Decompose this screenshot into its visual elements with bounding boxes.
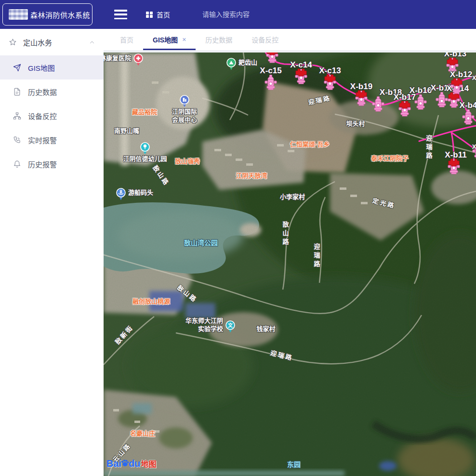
road-label: 敔山路 — [281, 221, 290, 247]
hydrant-icon — [294, 79, 308, 87]
road-label: 迎瑞路 — [424, 135, 434, 161]
sidebar-item-history-alarm[interactable]: 历史报警 — [0, 152, 104, 176]
hydrant-label: X-b11 — [445, 150, 466, 160]
map-place-label: 坝头村 — [346, 120, 365, 128]
hydrant-marker[interactable]: X-b17 — [397, 100, 412, 118]
road-label: 迎瑞路 — [312, 243, 321, 269]
hydrant-label: X-b13 — [444, 53, 466, 59]
hydrant-marker[interactable]: X-c15 — [264, 74, 278, 91]
map-place-label: 名豪山庄 — [130, 430, 155, 438]
map-place-label: 江阴天敔湾 — [236, 172, 267, 180]
gis-map-canvas[interactable]: 藏品裕院南野山嘴敔山嶺秀江阴天敔湾仁恒棠颂·吾乡坝头村泰禾江阴院子小李家村敔山湾… — [104, 53, 476, 476]
hydrant-icon — [397, 111, 412, 119]
map-place-label: 融创敔山桃源 — [132, 298, 170, 306]
hydrant-icon — [323, 84, 337, 93]
poi-label: 江阴信德幼儿园 — [123, 155, 167, 163]
hydrant-icon — [471, 153, 476, 161]
map-place-label: 南野山嘴 — [114, 127, 139, 135]
mountain-icon — [226, 65, 237, 73]
sitemap-icon — [13, 112, 21, 120]
phone-icon — [13, 136, 21, 144]
hydrant-icon — [447, 102, 461, 110]
sidebar-group-label: 定山水务 — [23, 37, 89, 47]
hydrant-marker[interactable]: X-b12 — [450, 78, 464, 95]
send-icon — [13, 64, 21, 72]
hydrant-label: X-c13 — [319, 66, 341, 76]
hydrant-icon — [371, 106, 385, 114]
grid-icon — [146, 12, 152, 18]
map-place-label: 泰禾江阴院子 — [371, 155, 409, 163]
tab-bar: 首页 GIS地图 × 历史数据 设备反控 — [104, 29, 476, 50]
poi-balloon[interactable]: 江阴信德幼儿园 — [140, 142, 150, 156]
hydrant-label: X-c14 — [290, 60, 312, 70]
road-label: 迎瑞路 — [307, 93, 332, 107]
app-logo: 森林消防供水系统 — [2, 3, 93, 26]
svg-text:文: 文 — [228, 322, 233, 328]
hydrant-marker[interactable]: X-b11 — [447, 158, 461, 175]
poi-hospital[interactable]: 林康复医院 — [133, 53, 144, 67]
tab-device-control[interactable]: 设备反控 — [242, 29, 288, 50]
baidu-paw-icon — [121, 458, 129, 467]
road-label: 敔山路 — [175, 283, 199, 304]
road-label: 迎瑞路 — [269, 348, 294, 362]
hydrant-icon — [265, 57, 279, 66]
hydrant-marker[interactable]: X-b16 — [413, 93, 428, 111]
hydrant-icon — [264, 84, 278, 93]
poi-building[interactable]: 江阴国际 会展中心 — [179, 95, 190, 108]
hydrant-icon — [354, 100, 369, 108]
baidu-maps-logo: Bai du 地图 — [106, 458, 157, 469]
header-search — [201, 0, 285, 29]
hydrant-label: X-c15 — [260, 66, 281, 76]
sidebar: 定山水务 GIS地图 历史数据 设备反控 实时报警 历史报警 — [0, 29, 104, 476]
sidebar-item-history-data[interactable]: 历史数据 — [0, 79, 104, 104]
chevron-up-icon — [89, 40, 95, 45]
sidebar-item-realtime-alarm[interactable]: 实时报警 — [0, 128, 104, 152]
anchor-icon — [116, 195, 126, 203]
road-label: 敔山路 — [151, 163, 172, 187]
tab-gis-map[interactable]: GIS地图 × — [143, 29, 196, 50]
logo-redacted-block — [9, 9, 28, 20]
hydrant-marker[interactable]: X-b4 — [461, 108, 476, 126]
tab-close-icon[interactable]: × — [182, 36, 186, 43]
poi-mountain[interactable]: 耙齿山 — [226, 58, 237, 71]
hydrant-marker[interactable]: X-c14 — [294, 68, 308, 85]
search-input[interactable] — [201, 10, 285, 19]
hydrant-label: X-b16 — [410, 86, 432, 95]
document-icon — [13, 88, 21, 96]
map-place-label: 敔山湾公园 — [184, 238, 218, 247]
nav-home[interactable]: 首页 — [146, 0, 170, 29]
map-place-label: 仁恒棠颂·吾乡 — [290, 141, 330, 149]
star-icon — [9, 38, 17, 46]
hamburger-menu-icon[interactable] — [114, 10, 127, 19]
hydrant-label: X-b4 — [460, 101, 476, 110]
hydrant-marker[interactable]: X-b19 — [354, 90, 369, 107]
hydrant-marker[interactable] — [265, 53, 279, 64]
nav-home-label: 首页 — [157, 10, 170, 19]
tab-home[interactable]: 首页 — [110, 29, 143, 50]
road-label: 定光路 — [371, 196, 396, 210]
poi-anchor[interactable]: 游船码头 — [116, 188, 126, 201]
sidebar-item-device-control[interactable]: 设备反控 — [0, 104, 104, 128]
hydrant-label: X-b12 — [450, 70, 472, 79]
hydrant-marker[interactable]: X-b18 — [371, 95, 385, 113]
tab-history-data[interactable]: 历史数据 — [196, 29, 242, 50]
map-overlay: 藏品裕院南野山嘴敔山嶺秀江阴天敔湾仁恒棠颂·吾乡坝头村泰禾江阴院子小李家村敔山湾… — [104, 53, 476, 476]
sidebar-group-dingshan[interactable]: 定山水务 — [0, 29, 104, 55]
map-place-label: 敔山嶺秀 — [175, 158, 200, 166]
hydrant-marker[interactable]: X-c13 — [323, 74, 337, 91]
tab-divider — [104, 50, 476, 53]
poi-school[interactable]: 文华东师大江阴 实验学校 — [225, 320, 236, 334]
poi-label: 华东师大江阴 实验学校 — [185, 317, 223, 333]
map-place-label: 小李家村 — [280, 193, 305, 201]
hydrant-marker[interactable] — [471, 143, 476, 160]
map-place-label: 藏品裕院 — [132, 108, 157, 117]
school-icon: 文 — [225, 327, 236, 335]
hydrant-icon — [461, 119, 476, 127]
hydrant-label: X-b19 — [350, 82, 372, 92]
hospital-icon — [133, 60, 144, 68]
hydrant-icon — [447, 169, 461, 177]
road-label: 敔新街 — [113, 323, 135, 346]
hydrant-icon — [450, 88, 464, 96]
app-title: 森林消防供水系统 — [30, 10, 90, 20]
sidebar-item-gis-map[interactable]: GIS地图 — [0, 55, 104, 79]
